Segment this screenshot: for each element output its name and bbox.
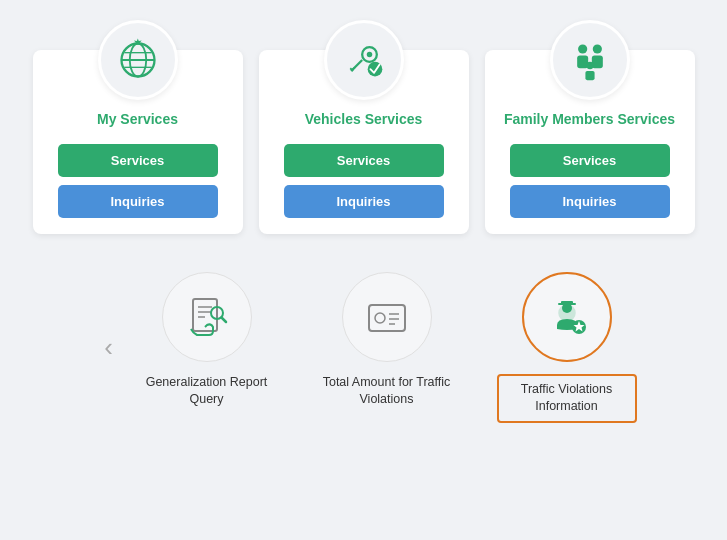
vehicles-services-title: Vehicles Services	[295, 110, 433, 130]
vehicles-services-icon-circle	[324, 20, 404, 100]
traffic-violations-info-icon-circle	[522, 272, 612, 362]
svg-rect-32	[558, 303, 576, 305]
my-services-title: My Services	[87, 110, 188, 130]
globe-icon	[116, 38, 160, 82]
svg-line-23	[221, 317, 226, 322]
cards-row: My Services Services Inquiries Vehi	[20, 50, 707, 234]
report-icon	[183, 293, 231, 341]
service-item-total-traffic-violations[interactable]: Total Amount for Traffic Violations	[317, 272, 457, 409]
svg-point-14	[592, 44, 601, 53]
vehicles-services-inquiries-button[interactable]: Inquiries	[284, 185, 444, 218]
total-traffic-violations-label: Total Amount for Traffic Violations	[317, 374, 457, 409]
my-services-services-button[interactable]: Services	[58, 144, 218, 177]
family-icon	[568, 38, 612, 82]
service-item-traffic-violations-info[interactable]: Traffic Violations Information	[497, 272, 637, 423]
my-services-icon-circle	[98, 20, 178, 100]
total-traffic-violations-icon-circle	[342, 272, 432, 362]
family-services-inquiries-button[interactable]: Inquiries	[510, 185, 670, 218]
family-services-title: Family Members Services	[494, 110, 685, 130]
traffic-violations-info-label: Traffic Violations Information	[507, 381, 627, 416]
generalization-report-icon-circle	[162, 272, 252, 362]
my-services-inquiries-button[interactable]: Inquiries	[58, 185, 218, 218]
family-services-icon-circle	[550, 20, 630, 100]
card-my-services: My Services Services Inquiries	[33, 50, 243, 234]
id-card-icon	[363, 293, 411, 341]
car-key-icon	[342, 38, 386, 82]
card-vehicles-services: Vehicles Services Services Inquiries	[259, 50, 469, 234]
page-wrapper: My Services Services Inquiries Vehi	[0, 0, 727, 540]
service-items-row: Generalization Report Query Total Amount…	[137, 272, 637, 423]
bottom-section: ‹ General	[20, 272, 707, 423]
service-item-generalization-report[interactable]: Generalization Report Query	[137, 272, 277, 409]
svg-point-12	[578, 44, 587, 53]
traffic-violations-info-label-wrapper: Traffic Violations Information	[497, 374, 637, 423]
generalization-report-label: Generalization Report Query	[137, 374, 277, 409]
svg-rect-17	[585, 71, 594, 80]
svg-point-7	[366, 52, 372, 58]
traffic-badge-icon	[543, 293, 591, 341]
card-family-services: Family Members Services Services Inquiri…	[485, 50, 695, 234]
svg-point-16	[586, 62, 593, 69]
family-services-services-button[interactable]: Services	[510, 144, 670, 177]
vehicles-services-services-button[interactable]: Services	[284, 144, 444, 177]
svg-point-25	[375, 313, 385, 323]
nav-back-arrow[interactable]: ‹	[91, 329, 127, 365]
